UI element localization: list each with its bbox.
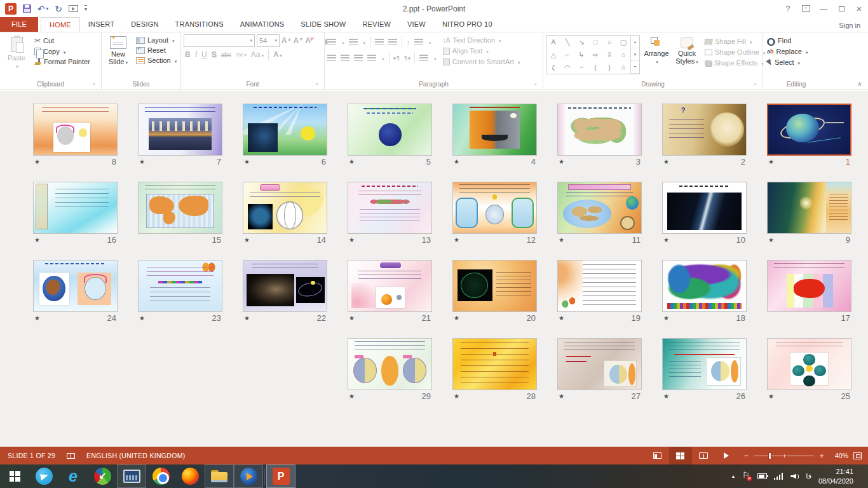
taskbar-remote-desktop[interactable] <box>117 464 146 488</box>
zoom-out-button[interactable]: − <box>744 451 749 461</box>
reset-button[interactable]: Reset <box>135 46 178 55</box>
gallery-scrollbar[interactable]: ▲▼⏷ <box>630 36 639 74</box>
spell-check-icon[interactable] <box>67 453 75 459</box>
italic-button[interactable]: I <box>195 50 197 59</box>
shape-glyph-icon[interactable]: ☆ <box>620 64 627 71</box>
shape-glyph-icon[interactable]: { <box>594 64 597 71</box>
arrange-button[interactable]: Arrange <box>642 34 670 74</box>
shape-fill-button[interactable]: Shape Fill <box>703 37 766 46</box>
slide-thumbnail-5[interactable] <box>348 104 432 156</box>
shape-effects-button[interactable]: Shape Effects <box>703 58 766 67</box>
increase-font-size-button[interactable]: A▲ <box>281 36 292 45</box>
taskbar-internet-explorer[interactable]: e <box>58 464 88 488</box>
shape-glyph-icon[interactable]: △ <box>551 51 556 58</box>
align-text-button[interactable]: Align Text <box>442 46 522 55</box>
ribbon-display-options-button[interactable]: ↑ <box>797 0 815 17</box>
tab-animations[interactable]: ANIMATIONS <box>232 17 293 32</box>
slide-thumbnail-29[interactable] <box>348 338 432 390</box>
underline-button[interactable]: U <box>201 50 207 59</box>
shape-outline-button[interactable]: Shape Outline <box>703 48 766 57</box>
bold-button[interactable]: B <box>185 50 191 59</box>
slide-thumbnail-15[interactable] <box>138 182 222 234</box>
right-to-left-button[interactable]: ¶◂ <box>404 55 410 61</box>
close-button[interactable]: × <box>850 0 868 17</box>
quick-styles-button[interactable]: Quick Styles <box>673 34 701 74</box>
text-shadow-button[interactable]: S <box>212 50 217 59</box>
shape-glyph-icon[interactable]: ~ <box>580 64 583 71</box>
slide-thumbnail-16[interactable] <box>33 182 118 234</box>
shape-glyph-icon[interactable]: ζ <box>552 64 555 71</box>
slide-thumbnail-10[interactable] <box>662 182 747 234</box>
slide-thumbnail-20[interactable] <box>452 260 537 312</box>
slide-thumbnail-25[interactable] <box>767 338 851 390</box>
fit-to-window-button[interactable] <box>853 452 862 459</box>
start-button[interactable] <box>0 464 29 488</box>
slide-thumbnail-23[interactable] <box>138 260 222 312</box>
paste-button[interactable]: Paste <box>3 34 31 71</box>
network-signal-icon[interactable] <box>774 473 783 480</box>
tab-file[interactable]: FILE <box>0 17 38 32</box>
reading-view-button[interactable] <box>692 447 715 464</box>
decrease-indent-button[interactable] <box>375 39 384 45</box>
text-direction-button[interactable]: ↕AText Direction <box>442 36 522 44</box>
normal-view-button[interactable] <box>646 447 669 464</box>
tab-review[interactable]: REVIEW <box>354 17 399 32</box>
decrease-font-size-button[interactable]: A▼ <box>294 36 304 45</box>
language-indicator[interactable]: ENGLISH (UNITED KINGDOM) <box>86 452 185 459</box>
zoom-in-button[interactable]: + <box>819 451 824 461</box>
shape-glyph-icon[interactable]: ⇨ <box>592 51 598 58</box>
start-from-beginning-button[interactable] <box>69 5 78 12</box>
numbering-button[interactable] <box>349 39 358 45</box>
zoom-level[interactable]: 40% <box>829 452 848 459</box>
new-slide-button[interactable]: New Slide <box>104 34 132 67</box>
slide-thumbnail-12[interactable] <box>452 182 537 234</box>
undo-button[interactable]: ↶ <box>37 4 48 14</box>
zoom-slider-thumb[interactable] <box>768 452 771 459</box>
minimize-button[interactable]: — <box>815 0 832 17</box>
slide-thumbnail-14[interactable] <box>243 182 327 234</box>
action-center-flag-icon[interactable]: ✕ <box>742 472 750 480</box>
slide-thumbnail-17[interactable] <box>767 260 851 312</box>
format-painter-button[interactable]: Format Painter <box>33 57 92 66</box>
collapse-ribbon-button[interactable]: ∧ <box>857 81 862 87</box>
columns-button[interactable] <box>419 55 428 61</box>
slide-thumbnail-4[interactable] <box>452 104 537 156</box>
tab-transitions[interactable]: TRANSITIONS <box>167 17 232 32</box>
language-switcher[interactable]: فا <box>806 472 811 480</box>
customize-qat-button[interactable]: ▾ <box>85 5 87 12</box>
change-case-button[interactable]: Aa <box>251 50 264 59</box>
font-color-button[interactable]: A <box>273 50 282 59</box>
tab-design[interactable]: DESIGN <box>123 17 166 32</box>
cut-button[interactable]: ✂Cut <box>33 36 92 46</box>
tab-nitro-pro-10[interactable]: NITRO PRO 10 <box>434 17 501 32</box>
slide-thumbnail-21[interactable] <box>348 260 432 312</box>
taskbar-clock[interactable]: 21:41 08/04/2020 <box>818 467 853 485</box>
slide-thumbnail-11[interactable] <box>557 182 642 234</box>
shape-glyph-icon[interactable]: □ <box>593 39 598 46</box>
shape-glyph-icon[interactable]: ⌂ <box>621 51 626 58</box>
slide-sorter-view-button[interactable] <box>669 447 692 464</box>
slide-thumbnail-19[interactable] <box>557 260 642 312</box>
shape-glyph-icon[interactable]: ○ <box>607 39 612 46</box>
taskbar-file-explorer[interactable] <box>205 464 234 488</box>
shape-glyph-icon[interactable]: A <box>551 39 555 46</box>
align-center-button[interactable] <box>341 55 349 61</box>
slide-thumbnail-13[interactable] <box>348 182 432 234</box>
shape-glyph-icon[interactable]: ▢ <box>620 39 627 46</box>
line-spacing-button[interactable]: ↕ <box>407 39 410 46</box>
shape-glyph-icon[interactable]: } <box>608 64 611 71</box>
layout-button[interactable]: Layout <box>135 36 178 44</box>
slide-thumbnail-22[interactable] <box>243 260 327 312</box>
help-button[interactable]: ? <box>779 0 797 17</box>
strikethrough-button[interactable]: abc <box>221 51 231 58</box>
slide-thumbnail-24[interactable] <box>33 260 118 312</box>
font-size-combobox[interactable]: 54 <box>257 34 280 47</box>
sign-in-link[interactable]: Sign in <box>839 22 860 29</box>
justify-button[interactable] <box>367 55 376 61</box>
replace-button[interactable]: abReplace <box>766 47 827 56</box>
tab-view[interactable]: VIEW <box>399 17 434 32</box>
redo-button[interactable]: ↻ <box>55 4 62 14</box>
slide-thumbnail-3[interactable] <box>557 104 642 156</box>
tab-home[interactable]: HOME <box>41 17 80 32</box>
save-button[interactable] <box>23 4 31 13</box>
